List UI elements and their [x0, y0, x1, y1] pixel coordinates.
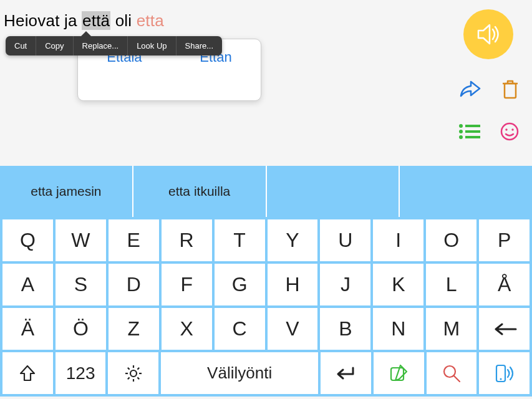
trash-icon — [501, 78, 520, 100]
svg-point-1 — [459, 124, 463, 128]
key-w[interactable]: W — [56, 219, 106, 261]
backspace-arrow-icon — [492, 323, 517, 335]
key-s[interactable]: S — [56, 264, 106, 305]
context-menu-arrow — [81, 31, 91, 36]
key-l[interactable]: L — [426, 264, 476, 305]
svg-point-5 — [459, 135, 463, 139]
shift-icon — [19, 364, 36, 383]
key-x[interactable]: X — [162, 308, 212, 350]
svg-rect-2 — [465, 125, 480, 127]
key-settings[interactable] — [108, 352, 158, 394]
key-aring[interactable]: Å — [479, 264, 530, 305]
key-f[interactable]: F — [162, 264, 212, 305]
inline-suggestion: etta — [137, 11, 164, 30]
key-device-speak[interactable] — [479, 352, 530, 394]
trash-button[interactable] — [501, 78, 520, 103]
side-toolbar — [458, 78, 520, 144]
key-auml[interactable]: Ä — [2, 308, 53, 350]
text-input-area[interactable]: Heiovat ja että oli etta — [4, 11, 164, 31]
share-arrow-icon — [458, 79, 482, 100]
key-space[interactable]: Välilyönti — [161, 352, 318, 394]
key-v[interactable]: V — [268, 308, 318, 350]
text-after-selection: oli — [110, 11, 136, 30]
svg-point-8 — [505, 128, 507, 130]
keyboard: Q W E R T Y U I O P A S D F G H J K L Å … — [0, 217, 532, 397]
gear-icon — [123, 363, 144, 384]
context-menu-lookup[interactable]: Look Up — [128, 36, 176, 55]
key-y[interactable]: Y — [268, 219, 318, 261]
key-d[interactable]: D — [109, 264, 159, 305]
key-z[interactable]: Z — [109, 308, 159, 350]
key-edit[interactable] — [374, 352, 424, 394]
key-p[interactable]: P — [479, 219, 530, 261]
keyboard-row-2: A S D F G H J K L Å — [1, 262, 531, 307]
list-button[interactable] — [458, 123, 481, 143]
key-shift[interactable] — [2, 352, 53, 394]
key-h[interactable]: H — [268, 264, 318, 305]
key-e[interactable]: E — [109, 219, 159, 261]
key-i[interactable]: I — [373, 219, 423, 261]
key-g[interactable]: G — [215, 264, 265, 305]
context-menu-share[interactable]: Share... — [177, 36, 223, 55]
svg-point-10 — [130, 370, 137, 377]
svg-rect-0 — [505, 84, 516, 98]
prediction-2[interactable] — [267, 166, 400, 217]
emoji-button[interactable] — [500, 122, 520, 144]
share-button[interactable] — [458, 79, 482, 102]
key-m[interactable]: M — [426, 308, 476, 350]
text-before-selection: Heiovat ja — [4, 11, 82, 30]
key-n[interactable]: N — [373, 308, 423, 350]
context-menu-cut[interactable]: Cut — [6, 36, 36, 55]
prediction-1[interactable]: etta itkuilla — [133, 166, 267, 217]
key-k[interactable]: K — [373, 264, 423, 305]
keyboard-row-1: Q W E R T Y U I O P — [1, 218, 531, 262]
speak-button[interactable] — [463, 9, 513, 59]
svg-point-3 — [459, 130, 463, 133]
key-r[interactable]: R — [162, 219, 212, 261]
device-sound-icon — [493, 363, 516, 384]
keyboard-row-3: Ä Ö Z X C V B N M — [1, 307, 531, 351]
key-t[interactable]: T — [215, 219, 265, 261]
key-q[interactable]: Q — [2, 219, 53, 261]
key-search[interactable] — [427, 352, 477, 394]
enter-icon — [334, 365, 357, 382]
prediction-3[interactable] — [400, 166, 532, 217]
svg-rect-6 — [465, 136, 480, 138]
edit-icon — [388, 363, 409, 384]
speaker-icon — [475, 21, 502, 48]
key-enter[interactable] — [321, 352, 371, 394]
svg-point-9 — [511, 128, 513, 130]
key-o[interactable]: O — [426, 219, 476, 261]
text-selection[interactable]: että — [82, 11, 110, 30]
svg-rect-4 — [465, 130, 480, 133]
key-j[interactable]: J — [320, 264, 370, 305]
key-a[interactable]: A — [2, 264, 53, 305]
list-icon — [458, 123, 481, 140]
context-menu: Cut Copy Replace... Look Up Share... — [6, 36, 222, 55]
key-ouml[interactable]: Ö — [56, 308, 106, 350]
replacement-option-1[interactable]: Ettan — [200, 49, 231, 100]
svg-point-14 — [500, 378, 501, 380]
key-numbers[interactable]: 123 — [56, 352, 106, 394]
context-menu-copy[interactable]: Copy — [36, 36, 73, 55]
key-u[interactable]: U — [320, 219, 370, 261]
key-c[interactable]: C — [215, 308, 265, 350]
key-backspace[interactable] — [479, 308, 530, 350]
search-icon — [441, 363, 462, 384]
key-b[interactable]: B — [320, 308, 370, 350]
smiley-icon — [500, 122, 520, 142]
replacement-option-0[interactable]: Ettala — [107, 49, 142, 100]
keyboard-row-4: 123 Välilyönti — [1, 351, 531, 395]
context-menu-replace[interactable]: Replace... — [74, 36, 128, 55]
prediction-bar: etta jamesin etta itkuilla — [0, 166, 532, 217]
prediction-0[interactable]: etta jamesin — [0, 166, 133, 217]
svg-point-7 — [501, 123, 518, 140]
